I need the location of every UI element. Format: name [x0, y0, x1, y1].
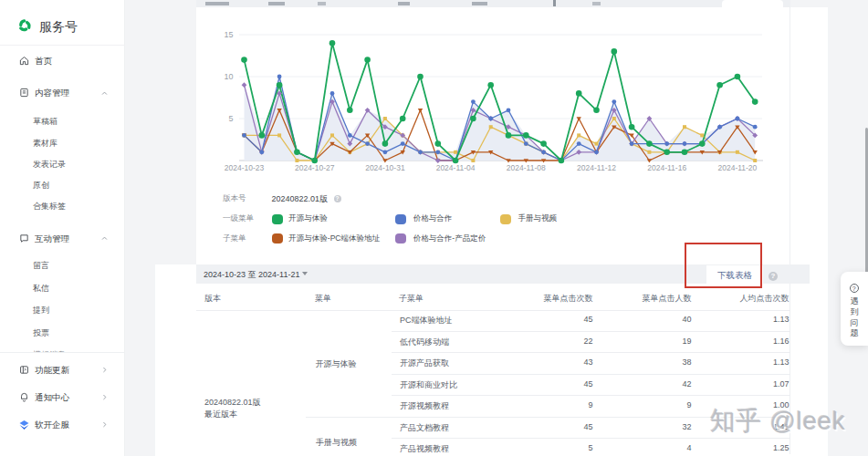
svg-text:2024-10-27: 2024-10-27 [295, 163, 335, 172]
svg-text:2024-11-20: 2024-11-20 [717, 163, 757, 172]
svg-text:2024-11-08: 2024-11-08 [507, 163, 546, 172]
svg-text:2024-11-16: 2024-11-16 [647, 163, 686, 172]
svg-text:2024-10-31: 2024-10-31 [365, 163, 405, 172]
svg-text:2024-11-04: 2024-11-04 [436, 163, 476, 172]
svg-text:15: 15 [224, 30, 233, 39]
svg-text:5: 5 [228, 114, 233, 123]
svg-text:10: 10 [224, 72, 233, 81]
svg-text:2024-10-23: 2024-10-23 [225, 163, 265, 172]
svg-text:2024-11-12: 2024-11-12 [577, 163, 616, 172]
